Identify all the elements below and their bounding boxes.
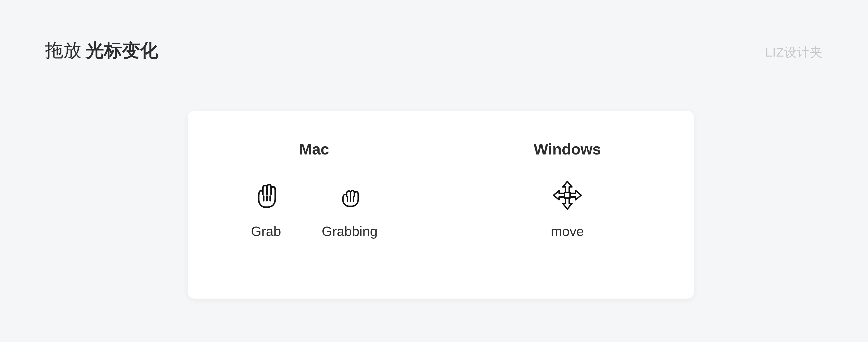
title-prefix: 拖放 xyxy=(45,38,81,63)
move-cursor-icon xyxy=(553,180,582,210)
page-title: 拖放 光标变化 xyxy=(45,38,158,63)
cursor-comparison-card: Mac Grab xyxy=(188,111,694,298)
cursor-row: Grab Grabbing xyxy=(251,180,377,239)
watermark: LIZ设计夹 xyxy=(765,44,823,61)
cursor-label: Grabbing xyxy=(322,224,377,239)
cursor-item-move: move xyxy=(551,180,584,239)
grab-hand-icon xyxy=(251,180,281,210)
column-heading: Windows xyxy=(534,140,601,158)
column-heading: Mac xyxy=(299,140,329,158)
grabbing-hand-icon xyxy=(335,180,364,210)
cursor-label: move xyxy=(551,224,584,239)
cursor-label: Grab xyxy=(251,224,281,239)
mac-column: Mac Grab xyxy=(188,111,441,298)
cursor-item-grab: Grab xyxy=(251,180,281,239)
svg-rect-6 xyxy=(565,193,570,198)
cursor-item-grabbing: Grabbing xyxy=(322,180,377,239)
page-header: 拖放 光标变化 LIZ设计夹 xyxy=(45,38,823,63)
windows-column: Windows xyxy=(441,111,694,298)
cursor-row: move xyxy=(551,180,584,239)
title-main: 光标变化 xyxy=(86,38,158,63)
